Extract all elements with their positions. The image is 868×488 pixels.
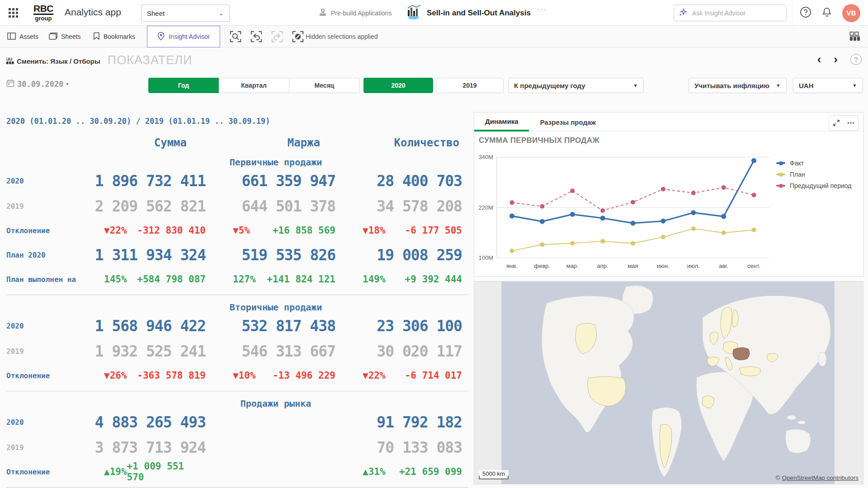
year-2019-button[interactable]: 2019	[436, 78, 504, 93]
map-scale-bar: 5000 km	[479, 470, 509, 479]
expand-icon[interactable]	[829, 115, 844, 131]
applications-icon	[318, 8, 327, 18]
inflation-dropdown[interactable]: Учитывать инфляцию ▼	[689, 78, 787, 93]
svg-text:340M: 340M	[478, 154, 493, 160]
sheets-icon	[49, 33, 57, 41]
column-header-sum: Сумма	[83, 136, 212, 149]
table-row: 2020 1 896 732 411 661 359 947 28 400 70…	[6, 168, 468, 193]
assets-icon	[7, 33, 16, 41]
date-filter-value: 30.09.2020	[17, 80, 63, 89]
sheet-title-watermark: ПОКАЗАТЕЛИ	[108, 54, 193, 66]
world-map-panel[interactable]: 5000 km © OpenStreetMap contributors	[474, 281, 863, 484]
analysis-app-logo	[406, 5, 422, 22]
sheet-help-icon[interactable]: ?	[850, 54, 862, 65]
kpi-column-headers: Сумма Маржа Количество	[6, 136, 468, 150]
filter-row: 30.09.2020 ▼ Год Квартал Месяц 2020 2019…	[0, 78, 868, 94]
sparkle-icon	[679, 8, 688, 19]
map-region-ukraine	[733, 347, 750, 360]
app-title: Analytics app	[65, 7, 121, 18]
ask-insight-advisor-input[interactable]	[691, 9, 782, 17]
insight-advisor-tab[interactable]: Insight Advisor	[147, 26, 220, 47]
sheet-overview-icon[interactable]	[849, 32, 861, 43]
table-row-plan-completion: План выполнен на 145% +584 798 087 127% …	[6, 267, 468, 291]
clear-selections-icon[interactable]	[291, 30, 305, 43]
notifications-bell-icon[interactable]	[821, 7, 832, 19]
sheet-header: Сменить: Язык / Отборы ПОКАЗАТЕЛИ ‹ › ?	[0, 51, 868, 70]
legend-item-previous-period[interactable]: Предыдущий период	[776, 182, 851, 189]
column-header-margin: Маржа	[212, 136, 342, 149]
insight-advisor-icon	[157, 32, 165, 42]
svg-text:июн.: июн.	[657, 263, 670, 269]
legend-item-fact[interactable]: Факт	[776, 160, 851, 167]
world-map	[474, 282, 863, 484]
chart-title: СУММА ПЕРВИЧНЫХ ПРОДАЖ	[479, 136, 599, 145]
previous-sheet-icon[interactable]: ‹	[817, 53, 821, 65]
app-launcher-icon[interactable]	[8, 8, 19, 19]
legend-marker	[776, 174, 785, 175]
granularity-year-button[interactable]: Год	[148, 78, 219, 93]
rbc-group-logo: RBC group	[33, 4, 53, 21]
assets-tab[interactable]: Assets	[7, 26, 38, 47]
compare-period-dropdown[interactable]: К предыдущему году ▼	[508, 78, 644, 93]
svg-text:июл.: июл.	[687, 263, 700, 269]
table-row-deviation: Отклонение ▼26% -363 578 819 ▼10% -13 49…	[6, 364, 468, 387]
table-row: 2019 2 209 562 821 644 501 378 34 578 20…	[6, 193, 468, 219]
column-header-quantity: Количество	[342, 136, 468, 149]
tab-dynamics[interactable]: Динамика	[474, 113, 529, 131]
bookmarks-tab[interactable]: Bookmarks	[93, 26, 135, 47]
sheets-tab[interactable]: Sheets	[49, 26, 81, 47]
svg-text:апр.: апр.	[597, 263, 609, 269]
caret-down-icon: ▼	[852, 83, 857, 88]
table-row: 2019 3 873 713 924 70 133 083	[6, 435, 468, 460]
sheet-toolbar: Assets Sheets Bookmarks	[0, 26, 868, 47]
search-selections-icon[interactable]	[229, 30, 242, 43]
caret-down-icon: ▼	[66, 82, 68, 86]
table-row-deviation: Отклонение ▲19% +1 009 551 570 ▲31% +21 …	[6, 460, 468, 483]
svg-text:мар.: мар.	[566, 263, 579, 269]
granularity-quarter-button[interactable]: Квартал	[219, 78, 289, 93]
switch-language-selections[interactable]: Сменить: Язык / Отборы ПОКАЗАТЕЛИ	[6, 54, 192, 66]
step-back-selection-icon[interactable]	[250, 30, 263, 43]
chevron-down-icon: ⌄	[219, 10, 224, 17]
section-title-market-sales: Продажи рынка	[83, 398, 468, 409]
section-divider	[6, 391, 468, 391]
svg-text:сент.: сент.	[747, 263, 760, 269]
hidden-selections-status: Hidden selections applied	[306, 26, 378, 47]
currency-dropdown[interactable]: UAH ▼	[793, 78, 863, 93]
user-avatar[interactable]: VB	[842, 4, 860, 22]
svg-text:мая: мая	[627, 263, 638, 269]
analysis-app-link[interactable]: Sell-in and Sell-Out Analysis	[406, 5, 531, 22]
legend-item-plan[interactable]: План	[776, 171, 851, 178]
openstreetmap-link[interactable]: OpenStreetMap contributors	[782, 474, 859, 481]
section-title-primary-sales: Первичные продажи	[83, 156, 468, 168]
more-options-icon[interactable]: ···	[537, 5, 547, 14]
legend-marker	[776, 162, 785, 164]
qlik-dashboard: RBC group Analytics app Sheet ⌄ Pre-buil…	[0, 0, 868, 488]
calendar-icon	[6, 79, 14, 89]
table-row-deviation: Отклонение ▼22% -312 830 410 ▼5% +16 858…	[6, 219, 468, 242]
ask-insight-advisor-box[interactable]	[674, 5, 787, 21]
next-sheet-icon[interactable]: ›	[834, 53, 838, 65]
kpi-period-title: 2020 (01.01.20 .. 30.09.20) / 2019 (01.0…	[6, 117, 468, 126]
top-bar: RBC group Analytics app Sheet ⌄ Pre-buil…	[0, 0, 868, 26]
granularity-segmented-control: Год Квартал Месяц	[148, 78, 360, 93]
line-chart[interactable]: 100M220M340Mянв.февр.мар.апр.маяиюн.июл.…	[476, 150, 774, 272]
svg-text:февр.: февр.	[534, 263, 550, 269]
more-menu-icon[interactable]	[844, 115, 858, 131]
sheet-selector-dropdown[interactable]: Sheet ⌄	[141, 5, 230, 22]
bookmark-icon	[93, 32, 100, 41]
table-row: План 2020 1 311 934 324 519 535 826 19 0…	[6, 242, 468, 267]
step-forward-selection-icon[interactable]	[270, 30, 284, 43]
chart-card-actions	[829, 115, 859, 131]
prebuild-applications-link[interactable]: Pre-build Applications	[318, 8, 392, 18]
sheet-navigation: ‹ › ?	[817, 53, 862, 65]
granularity-month-button[interactable]: Месяц	[289, 78, 360, 93]
svg-text:янв.: янв.	[506, 263, 518, 269]
tab-sales-breakdown[interactable]: Разрезы продаж	[529, 113, 606, 131]
help-icon[interactable]	[800, 6, 811, 20]
date-filter[interactable]: 30.09.2020 ▼	[6, 79, 69, 89]
kpi-table: 2020 (01.01.20 .. 30.09.20) / 2019 (01.0…	[6, 117, 468, 488]
section-divider	[6, 487, 468, 488]
year-2020-button[interactable]: 2020	[363, 78, 433, 93]
caret-down-icon: ▼	[633, 83, 638, 88]
